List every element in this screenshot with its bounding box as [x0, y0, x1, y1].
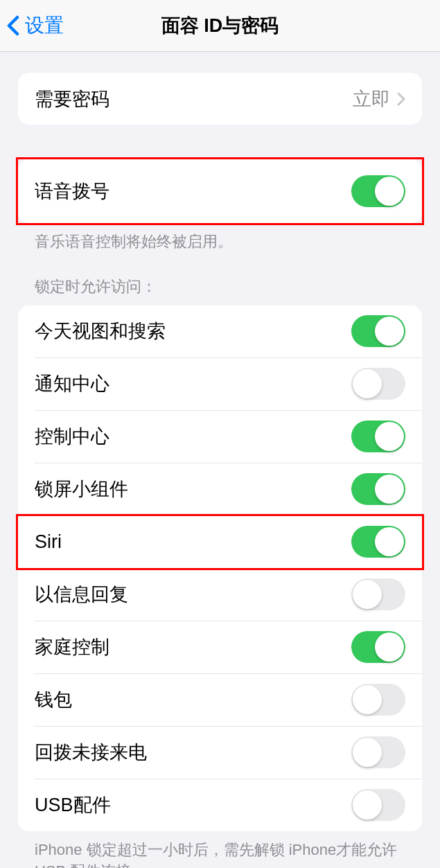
list-item-label: 锁屏小组件 — [35, 477, 128, 502]
list-item-label: 通知中心 — [35, 371, 109, 396]
back-label: 设置 — [25, 12, 64, 39]
toggle-knob — [353, 369, 382, 398]
list-item: 家庭控制 — [18, 621, 422, 673]
chevron-left-icon — [7, 15, 19, 36]
voice-dial-group: 语音拨号 — [18, 159, 422, 223]
list-item: USB配件 — [18, 779, 422, 831]
list-item-toggle[interactable] — [351, 789, 405, 821]
list-item-toggle[interactable] — [351, 420, 405, 452]
require-passcode-cell[interactable]: 需要密码 立即 — [18, 73, 422, 125]
require-passcode-value: 立即 — [353, 87, 390, 112]
list-item-label: USB配件 — [35, 792, 111, 817]
list-item: Siri — [18, 516, 422, 568]
toggle-knob — [353, 685, 382, 714]
list-item: 今天视图和搜索 — [18, 305, 422, 357]
toggle-knob — [375, 422, 404, 451]
list-item-toggle[interactable] — [351, 315, 405, 347]
list-item: 控制中心 — [18, 411, 422, 463]
cell-right: 立即 — [353, 87, 405, 112]
usb-footer: iPhone 锁定超过一小时后，需先解锁 iPhone才能允许USB 配件连接。 — [18, 831, 422, 868]
list-item-label: 回拨未接来电 — [35, 740, 147, 765]
nav-bar: 设置 面容 ID与密码 — [0, 0, 440, 52]
voice-dial-footer: 音乐语音控制将始终被启用。 — [18, 223, 422, 253]
page-title: 面容 ID与密码 — [0, 13, 440, 38]
list-item-toggle[interactable] — [351, 736, 405, 768]
toggle-knob — [353, 738, 382, 767]
list-item-label: 控制中心 — [35, 424, 109, 449]
toggle-knob — [375, 475, 404, 504]
list-item-toggle[interactable] — [351, 368, 405, 400]
list-item: 锁屏小组件 — [18, 463, 422, 515]
toggle-knob — [353, 790, 382, 820]
list-item-label: 今天视图和搜索 — [35, 319, 166, 344]
require-passcode-group: 需要密码 立即 — [18, 73, 422, 125]
list-item-label: 钱包 — [35, 687, 72, 712]
list-item-toggle[interactable] — [351, 684, 405, 716]
list-item: 通知中心 — [18, 358, 422, 410]
voice-dial-cell: 语音拨号 — [18, 159, 422, 223]
allow-access-header: 锁定时允许访问： — [18, 276, 422, 305]
require-passcode-label: 需要密码 — [35, 87, 109, 112]
toggle-knob — [353, 580, 382, 609]
list-item-toggle[interactable] — [351, 631, 405, 663]
voice-dial-label: 语音拨号 — [35, 179, 109, 204]
list-item-toggle[interactable] — [351, 578, 405, 610]
list-item-label: 以信息回复 — [35, 582, 128, 607]
list-item-label: Siri — [35, 531, 62, 553]
list-item-toggle[interactable] — [351, 473, 405, 505]
toggle-knob — [375, 177, 404, 206]
toggle-knob — [375, 632, 404, 662]
voice-dial-toggle[interactable] — [351, 175, 405, 207]
list-item-toggle[interactable] — [351, 526, 405, 558]
back-button[interactable]: 设置 — [0, 12, 64, 39]
chevron-right-icon — [397, 92, 405, 106]
allow-access-group: 今天视图和搜索通知中心控制中心锁屏小组件Siri以信息回复家庭控制钱包回拨未接来… — [18, 305, 422, 831]
list-item: 回拨未接来电 — [18, 727, 422, 779]
list-item: 以信息回复 — [18, 569, 422, 621]
list-item-label: 家庭控制 — [35, 635, 109, 659]
toggle-knob — [375, 527, 404, 556]
list-item: 钱包 — [18, 674, 422, 726]
toggle-knob — [375, 317, 404, 346]
